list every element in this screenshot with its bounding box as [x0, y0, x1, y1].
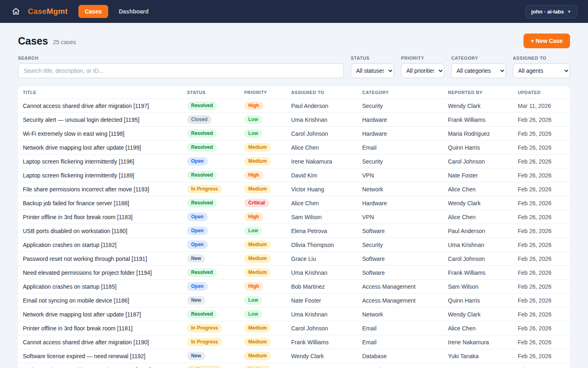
case-updated-date: Feb 26, 2026	[513, 269, 570, 276]
table-row[interactable]: Cannot access shared drive after migrati…	[18, 99, 570, 112]
case-assigned-to: Uma Krishnan	[286, 117, 357, 123]
main-content: Cases 25 cases + New Case Search Status …	[0, 34, 588, 368]
table-row[interactable]: Software license expired — need renewal …	[18, 349, 570, 363]
status-badge: In Progress	[187, 338, 222, 346]
case-category: Network	[357, 311, 443, 318]
cases-table: Title Status Priority Assigned To Catego…	[18, 86, 570, 368]
case-reported-by: Carol Johnson	[443, 256, 513, 262]
case-status-cell: New	[182, 296, 239, 304]
search-input[interactable]	[18, 63, 344, 78]
priority-filter-label: Priority	[401, 56, 444, 61]
case-title: Badge reader not working at south entran…	[18, 367, 182, 368]
status-badge: Resolved	[187, 310, 217, 318]
category-filter-select[interactable]: All categories	[451, 63, 506, 78]
table-row[interactable]: Need elevated permissions for project fo…	[18, 265, 570, 279]
table-row[interactable]: File share permissions incorrect after m…	[18, 182, 570, 196]
table-row[interactable]: Network drive mapping lost after update …	[18, 140, 570, 154]
case-updated-date: Feb 26, 2026	[513, 353, 570, 359]
priority-badge: High	[244, 171, 263, 179]
status-badge: Open	[187, 282, 208, 290]
case-priority-cell: High	[239, 282, 286, 290]
case-updated-date: Feb 26, 2026	[513, 367, 570, 368]
table-row[interactable]: Wi-Fi extremely slow in east wing [1198]…	[18, 126, 570, 140]
case-reported-by: Carol Johnson	[443, 158, 513, 165]
case-updated-date: Feb 26, 2026	[513, 283, 570, 290]
case-category: Network	[357, 367, 443, 368]
top-navbar: CaseMgmt Cases Dashboard john · ai-labs …	[0, 0, 588, 23]
status-badge: Resolved	[187, 143, 217, 151]
case-reported-by: Quinn Harris	[443, 144, 513, 151]
case-priority-cell: Critical	[239, 199, 286, 207]
case-updated-date: Feb 26, 2026	[513, 311, 570, 318]
case-title: Laptop screen flickering intermittently …	[18, 172, 182, 179]
case-updated-date: Mar 11, 2026	[513, 103, 570, 109]
column-header-category: Category	[357, 90, 443, 95]
table-row[interactable]: Laptop screen flickering intermittently …	[18, 154, 570, 168]
priority-badge: Medium	[244, 324, 271, 332]
table-row[interactable]: Printer offline in 3rd floor break room …	[18, 210, 570, 224]
case-category: Access Management	[357, 297, 443, 304]
table-row[interactable]: Badge reader not working at south entran…	[18, 363, 570, 368]
table-row[interactable]: Cannot access shared drive after migrati…	[18, 335, 570, 349]
case-assigned-to: Wendy Clark	[286, 353, 357, 359]
status-badge: Open	[187, 157, 208, 165]
case-assigned-to: David Kim	[286, 172, 357, 179]
case-priority-cell: Medium	[239, 157, 286, 165]
case-reported-by: Alice Chen	[443, 214, 513, 220]
case-status-cell: Resolved	[182, 171, 239, 179]
table-body: Cannot access shared drive after migrati…	[18, 99, 570, 368]
home-icon[interactable]	[11, 6, 21, 17]
brand-logo: CaseMgmt	[28, 7, 68, 16]
case-title: Laptop screen flickering intermittently …	[18, 158, 182, 165]
user-menu-button[interactable]: john · ai-labs ▼	[525, 5, 577, 18]
case-assigned-to: Bob Martinez	[286, 283, 357, 290]
column-header-status: Status	[182, 90, 239, 95]
case-priority-cell: Medium	[239, 240, 286, 249]
priority-filter-select[interactable]: All priorities	[401, 63, 444, 78]
priority-badge: High	[244, 213, 263, 221]
filter-priority-group: Priority All priorities	[401, 56, 444, 78]
assigned-filter-select[interactable]: All agents	[513, 63, 570, 78]
case-status-cell: In Progress	[182, 366, 239, 368]
table-row[interactable]: Application crashes on startup [1182] Op…	[18, 238, 570, 251]
table-row[interactable]: Application crashes on startup [1185] Op…	[18, 279, 570, 293]
case-reported-by: Irene Nakamura	[443, 339, 513, 346]
table-row[interactable]: Printer offline in 3rd floor break room …	[18, 321, 570, 335]
priority-badge: Medium	[244, 352, 271, 360]
case-title: Email not syncing on mobile device [1186…	[18, 297, 182, 304]
case-status-cell: Resolved	[182, 129, 239, 137]
case-priority-cell: Low	[239, 227, 286, 235]
chevron-down-icon: ▼	[567, 9, 571, 14]
column-header-updated: Updated	[513, 90, 570, 95]
status-badge: Closed	[187, 115, 212, 123]
nav-tab-dashboard[interactable]: Dashboard	[112, 5, 155, 18]
case-category: Security	[357, 242, 443, 248]
case-title: Password reset not working through porta…	[18, 256, 182, 262]
case-title: Need elevated permissions for project fo…	[18, 269, 182, 276]
filter-search-group: Search	[18, 56, 344, 78]
table-row[interactable]: Password reset not working through porta…	[18, 251, 570, 265]
case-status-cell: New	[182, 254, 239, 263]
status-badge: Resolved	[187, 199, 217, 207]
case-reported-by: Paul Anderson	[443, 228, 513, 234]
filters-bar: Search Status All statuses Priority All …	[18, 56, 570, 78]
table-row[interactable]: Email not syncing on mobile device [1186…	[18, 293, 570, 307]
table-row[interactable]: USB ports disabled on workstation [1180]…	[18, 224, 570, 238]
new-case-button[interactable]: + New Case	[523, 34, 570, 48]
case-priority-cell: Medium	[239, 352, 286, 360]
case-priority-cell: Low	[239, 296, 286, 304]
case-reported-by: Quinn Harris	[443, 297, 513, 304]
case-category: Database	[357, 353, 443, 359]
case-assigned-to: Carol Johnson	[286, 325, 357, 332]
status-filter-select[interactable]: All statuses	[351, 63, 394, 78]
table-row[interactable]: Laptop screen flickering intermittently …	[18, 168, 570, 182]
case-reported-by: Wendy Clark	[443, 200, 513, 206]
nav-tab-cases[interactable]: Cases	[78, 5, 108, 18]
case-title: Cannot access shared drive after migrati…	[18, 103, 182, 109]
status-badge: New	[187, 254, 205, 263]
case-status-cell: Resolved	[182, 101, 239, 110]
table-row[interactable]: Network drive mapping lost after update …	[18, 307, 570, 321]
table-row[interactable]: Security alert — unusual login detected …	[18, 112, 570, 126]
table-row[interactable]: Backup job failed for finance server [11…	[18, 196, 570, 210]
case-assigned-to: Elena Petrova	[286, 228, 357, 234]
